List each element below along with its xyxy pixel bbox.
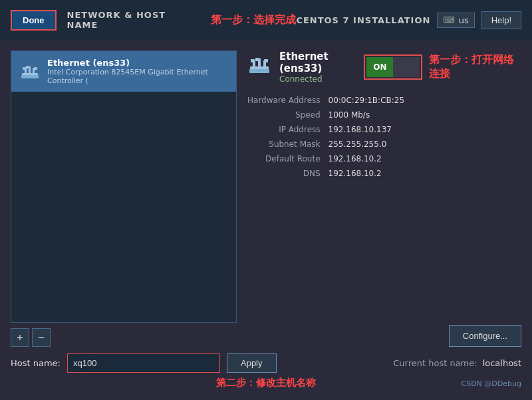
network-item-desc: Intel Corporation 82545EM Gigabit Ethern… [47, 68, 228, 85]
step2-annotation: 第二步：修改主机名称 [216, 377, 316, 389]
default-route-label: Default Route [247, 153, 321, 165]
svg-rect-15 [264, 59, 268, 62]
details-table: Hardware Address 00:0C:29:1B:CB:25 Speed… [247, 94, 521, 179]
header: Done NETWORK & HOST NAME 第一步：选择完成 CENTOS… [0, 0, 532, 40]
hardware-address-label: Hardware Address [247, 94, 321, 106]
main-content: Ethernet (ens33) Intel Corporation 82545… [0, 40, 532, 400]
svg-rect-4 [21, 75, 39, 78]
lang-value: us [459, 15, 469, 25]
dns-value: 192.168.10.2 [329, 167, 521, 179]
speed-label: Speed [247, 109, 321, 121]
apply-button[interactable]: Apply [227, 353, 277, 373]
device-ethernet-icon [247, 53, 271, 82]
add-network-button[interactable]: + [11, 328, 29, 347]
svg-rect-14 [251, 59, 255, 62]
step1-annotation-header: 第一步：选择完成 [211, 13, 296, 27]
list-controls: + − [11, 328, 237, 347]
configure-button[interactable]: Configure... [449, 325, 521, 347]
svg-rect-7 [34, 67, 37, 70]
hardware-address-value: 00:0C:29:1B:CB:25 [329, 94, 521, 106]
default-route-value: 192.168.10.2 [329, 153, 521, 165]
network-toggle[interactable]: ON [366, 57, 420, 77]
header-title: NETWORK & HOST NAME [67, 10, 201, 30]
ethernet-icon [19, 61, 41, 82]
svg-rect-12 [249, 69, 269, 73]
network-item-info: Ethernet (ens33) Intel Corporation 82545… [47, 58, 228, 85]
watermark: CSDN @DDebug [461, 379, 521, 388]
ip-address-label: IP Address [247, 124, 321, 136]
toggle-off-space [393, 57, 420, 77]
left-panel: Ethernet (ens33) Intel Corporation 82545… [11, 50, 237, 347]
done-button[interactable]: Done [11, 10, 57, 31]
step1-network-annotation: 第一步：打开网络连接 [429, 53, 521, 81]
svg-rect-13 [255, 58, 259, 61]
host-name-input[interactable] [67, 353, 220, 373]
right-panel-inner: Ethernet (ens33) Connected ON 第一步：打开网络连接 [247, 50, 521, 347]
current-hostname-value: localhost [483, 358, 521, 368]
current-hostname: Current host name: localhost [393, 358, 521, 368]
toggle-on-label: ON [366, 57, 393, 77]
language-selector[interactable]: ⌨ us [437, 13, 474, 28]
ip-address-value: 192.168.10.137 [329, 124, 521, 136]
network-list: Ethernet (ens33) Intel Corporation 82545… [11, 50, 237, 323]
list-item[interactable]: Ethernet (ens33) Intel Corporation 82545… [11, 51, 236, 92]
keyboard-icon: ⌨ [443, 15, 454, 25]
remove-network-button[interactable]: − [32, 328, 51, 347]
current-hostname-label: Current host name: [393, 358, 477, 368]
svg-rect-6 [23, 67, 26, 70]
device-header: Ethernet (ens33) Connected ON 第一步：打开网络连接 [247, 50, 521, 84]
header-right: CENTOS 7 INSTALLATION ⌨ us Help! [296, 11, 521, 29]
device-status: Connected [279, 74, 364, 84]
subnet-mask-value: 255.255.255.0 [329, 138, 521, 150]
toggle-container: ON [364, 54, 422, 80]
header-left: Done NETWORK & HOST NAME 第一步：选择完成 [11, 10, 296, 31]
content-area: Ethernet (ens33) Intel Corporation 82545… [11, 50, 521, 347]
speed-value: 1000 Mb/s [329, 109, 521, 121]
installation-title: CENTOS 7 INSTALLATION [296, 15, 430, 25]
right-panel: Ethernet (ens33) Connected ON 第一步：打开网络连接 [247, 50, 521, 347]
host-name-label: Host name: [11, 358, 61, 368]
step2-row: 第二步：修改主机名称 [11, 377, 521, 389]
help-button[interactable]: Help! [481, 11, 521, 29]
device-info: Ethernet (ens33) Connected [247, 50, 364, 84]
dns-label: DNS [247, 167, 321, 179]
device-name: Ethernet (ens33) [279, 50, 364, 74]
svg-rect-5 [26, 66, 29, 68]
network-item-name: Ethernet (ens33) [47, 58, 228, 68]
device-name-status: Ethernet (ens33) Connected [279, 50, 364, 84]
bottom-bar: Host name: Apply Current host name: loca… [11, 353, 521, 373]
configure-row: Configure... [247, 320, 521, 347]
subnet-mask-label: Subnet Mask [247, 138, 321, 150]
